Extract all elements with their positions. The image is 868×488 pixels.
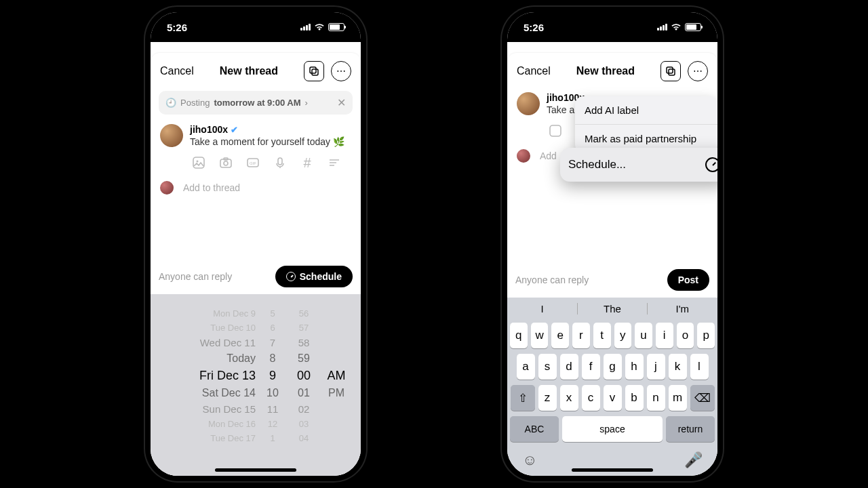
key-x[interactable]: x — [560, 385, 578, 411]
svg-rect-14 — [669, 69, 675, 75]
key-d[interactable]: d — [560, 354, 578, 380]
picker-row[interactable]: Mon Dec 9556 — [156, 306, 355, 321]
key-space[interactable]: space — [562, 416, 663, 442]
more-icon[interactable]: ⋯ — [688, 61, 708, 81]
key-t[interactable]: t — [593, 323, 611, 348]
key-z[interactable]: z — [538, 385, 557, 411]
gallery-icon[interactable] — [548, 123, 563, 138]
key-n[interactable]: n — [647, 385, 665, 411]
picker-row[interactable]: Sun Dec 151102 — [156, 401, 355, 417]
picker-row[interactable]: Tue Dec 17104 — [156, 431, 355, 445]
gallery-icon[interactable] — [191, 155, 206, 170]
drafts-icon[interactable] — [660, 61, 681, 81]
key-g[interactable]: g — [604, 354, 622, 380]
key-s[interactable]: s — [538, 354, 557, 380]
status-icons — [657, 23, 701, 31]
schedule-button[interactable]: Schedule — [275, 266, 353, 287]
key-e[interactable]: e — [551, 323, 569, 348]
post-text-input[interactable]: Take a moment for yourself today 🌿 — [190, 136, 351, 147]
key-p[interactable]: p — [697, 323, 715, 348]
key-r[interactable]: r — [572, 323, 590, 348]
keyboard[interactable]: qwertyuiop asdfghjkl ⇧zxcvbnm⌫ ABC space… — [507, 320, 717, 476]
key-h[interactable]: h — [625, 354, 644, 380]
status-bar: 5:26 — [507, 12, 717, 42]
key-o[interactable]: o — [677, 323, 694, 348]
picker-row[interactable]: Tue Dec 10657 — [156, 321, 355, 335]
key-c[interactable]: c — [582, 385, 600, 411]
key-return[interactable]: return — [666, 416, 715, 442]
picker-row[interactable]: Today859 — [156, 350, 355, 367]
hashtag-icon[interactable]: # — [300, 155, 315, 170]
key-i[interactable]: i — [656, 323, 673, 348]
compose-row: jiho100x ✔ Take a moment for yourself to… — [151, 119, 361, 174]
suggestion-1[interactable]: I — [507, 303, 577, 314]
key-y[interactable]: y — [614, 323, 632, 348]
suggestion-2[interactable]: The — [577, 303, 647, 314]
avatar[interactable] — [160, 124, 183, 147]
picker-row[interactable]: Mon Dec 161203 — [156, 417, 355, 431]
cancel-button[interactable]: Cancel — [517, 65, 551, 77]
dictation-icon[interactable]: 🎤 — [684, 451, 703, 469]
gif-icon[interactable]: GIF — [245, 155, 260, 170]
key-shift[interactable]: ⇧ — [511, 385, 535, 411]
key-f[interactable]: f — [582, 354, 600, 380]
compose-footer: Anyone can reply Post — [507, 262, 717, 298]
picker-row[interactable]: Sat Dec 141001PM — [156, 385, 355, 401]
more-menu-popover: Add AI label Mark as paid partnership — [575, 96, 717, 152]
phone-left: 5:26 Cancel New thread ⋯ 🕘 Pos — [145, 7, 366, 481]
add-to-thread[interactable]: Add to thread — [151, 174, 361, 201]
key-b[interactable]: b — [625, 385, 644, 411]
suggestion-3[interactable]: I'm — [648, 303, 717, 314]
wifi-icon — [314, 23, 325, 31]
home-indicator — [215, 468, 296, 472]
cancel-button[interactable]: Cancel — [160, 65, 194, 77]
post-button[interactable]: Post — [667, 269, 709, 291]
emoji-icon[interactable]: ☺ — [522, 451, 537, 469]
battery-icon — [685, 23, 701, 31]
datetime-picker[interactable]: Mon Dec 9556Tue Dec 10657Wed Dec 11758To… — [151, 294, 361, 476]
username-label: jiho100x ✔ — [190, 124, 351, 135]
home-indicator — [572, 468, 653, 472]
status-icons — [300, 23, 344, 31]
drafts-icon[interactable] — [304, 61, 324, 81]
key-a[interactable]: a — [517, 354, 535, 380]
key-q[interactable]: q — [510, 323, 528, 348]
key-delete[interactable]: ⌫ — [690, 385, 715, 411]
clock-icon: 🕘 — [165, 98, 176, 108]
avatar[interactable] — [517, 92, 540, 115]
reply-scope[interactable]: Anyone can reply — [159, 271, 232, 282]
schedule-menu-item[interactable]: Schedule... — [560, 148, 717, 182]
status-bar: 5:26 — [151, 12, 361, 42]
key-l[interactable]: l — [690, 354, 709, 380]
screen-left: 5:26 Cancel New thread ⋯ 🕘 Pos — [151, 12, 361, 476]
key-k[interactable]: k — [669, 354, 687, 380]
key-u[interactable]: u — [635, 323, 652, 348]
key-w[interactable]: w — [531, 323, 549, 348]
picker-row[interactable]: Fri Dec 13900AM — [156, 367, 355, 385]
key-v[interactable]: v — [604, 385, 622, 411]
sheet-title: New thread — [576, 65, 635, 77]
sheet-title: New thread — [220, 65, 278, 77]
menu-item-ai-label[interactable]: Add AI label — [575, 96, 717, 125]
scheduled-post-banner[interactable]: 🕘 Posting tomorrow at 9:00 AM › ✕ — [159, 91, 353, 115]
more-icon[interactable]: ⋯ — [331, 61, 351, 81]
reply-scope[interactable]: Anyone can reply — [515, 274, 589, 285]
poll-icon[interactable] — [327, 155, 342, 170]
picker-row[interactable]: Wed Dec 11758 — [156, 335, 355, 350]
key-m[interactable]: m — [669, 385, 687, 411]
mic-icon[interactable] — [273, 155, 288, 170]
close-icon[interactable]: ✕ — [337, 96, 346, 109]
keyboard-suggestions[interactable]: I The I'm — [507, 298, 717, 320]
svg-rect-9 — [278, 158, 282, 165]
key-abc[interactable]: ABC — [510, 416, 559, 442]
sheet-header: Cancel New thread ⋯ — [507, 53, 717, 87]
svg-rect-1 — [312, 69, 318, 75]
schedule-label: Schedule... — [568, 158, 626, 171]
add-thread-label: Add to thread — [183, 182, 240, 193]
svg-rect-0 — [310, 67, 316, 73]
phone-right: 5:26 Cancel New thread ⋯ — [502, 7, 723, 481]
camera-icon[interactable] — [218, 155, 233, 170]
svg-text:GIF: GIF — [250, 161, 256, 165]
key-j[interactable]: j — [647, 354, 665, 380]
posting-prefix: Posting — [180, 98, 210, 108]
